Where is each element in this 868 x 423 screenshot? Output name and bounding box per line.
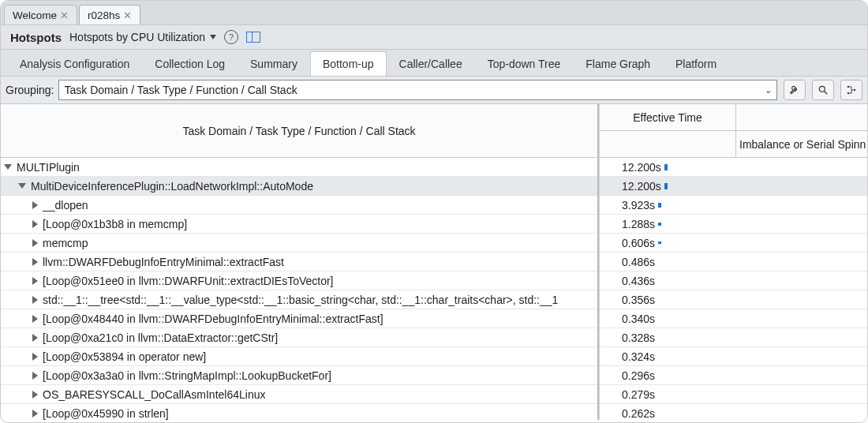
table-row[interactable]: [Loop@0x53894 in operator new]	[1, 347, 597, 366]
time-bar-icon	[664, 183, 668, 189]
hotspots-table: Task Domain / Task Type / Function / Cal…	[1, 104, 867, 420]
table-row[interactable]: llvm::DWARFDebugInfoEntryMinimal::extrac…	[1, 253, 597, 271]
effective-time-value: 0.324s	[622, 350, 655, 363]
subtab-platform[interactable]: Platform	[663, 51, 729, 76]
expand-tree-button[interactable]	[840, 80, 862, 100]
wrench-icon	[789, 84, 800, 95]
expand-icon[interactable]	[32, 315, 38, 323]
svg-point-3	[847, 92, 849, 94]
subtab-analysis-config[interactable]: Analysis Configuration	[7, 51, 142, 76]
table-row-metric[interactable]: 3.923s	[600, 196, 867, 215]
grouping-select[interactable]: Task Domain / Task Type / Function / Cal…	[58, 80, 777, 100]
table-right-pane: Effective Time Imbalance or Serial Spinn…	[599, 104, 867, 420]
table-row[interactable]: memcmp	[1, 234, 597, 253]
table-row[interactable]: OS_BARESYSCALL_DoCallAsmIntel64Linux	[1, 385, 597, 404]
table-row[interactable]: __dlopen	[1, 196, 597, 215]
row-label: [Loop@0x53894 in operator new]	[43, 350, 206, 363]
tab-result[interactable]: r028hs ✕	[79, 5, 140, 24]
row-label: OS_BARESYSCALL_DoCallAsmIntel64Linux	[43, 388, 265, 401]
table-row[interactable]: [Loop@0x3a3a0 in llvm::StringMapImpl::Lo…	[1, 366, 597, 385]
subtab-collection-log[interactable]: Collection Log	[142, 51, 238, 76]
table-row-metric[interactable]: 0.328s	[600, 328, 867, 347]
tree-icon	[846, 84, 857, 95]
table-left-pane: Task Domain / Task Type / Function / Cal…	[1, 104, 599, 420]
expand-icon[interactable]	[32, 372, 38, 380]
expand-icon[interactable]	[32, 239, 38, 247]
collapse-icon[interactable]	[18, 183, 26, 189]
expand-icon[interactable]	[32, 277, 38, 285]
analysis-subtabs: Analysis Configuration Collection Log Su…	[1, 50, 867, 77]
table-body-left: MULTIPluginMultiDeviceInferencePlugin::L…	[1, 158, 597, 420]
row-label: [Loop@0x48440 in llvm::DWARFDebugInfoEnt…	[43, 313, 383, 325]
subtab-summary[interactable]: Summary	[238, 51, 310, 76]
close-icon[interactable]: ✕	[123, 9, 132, 21]
row-label: llvm::DWARFDebugInfoEntryMinimal::extrac…	[43, 256, 284, 268]
table-row-metric[interactable]: 12.200s	[600, 177, 867, 196]
subtab-top-down[interactable]: Top-down Tree	[475, 51, 574, 76]
svg-line-1	[825, 92, 828, 95]
search-icon	[817, 84, 829, 95]
view-selector[interactable]: Hotspots by CPU Utilization	[69, 31, 216, 43]
row-label: [Loop@0x1b3b8 in memcmp]	[43, 218, 187, 230]
expand-icon[interactable]	[32, 334, 38, 342]
expand-icon[interactable]	[32, 391, 38, 399]
page-title: Hotspots	[10, 31, 62, 44]
column-header-imbalance-top[interactable]	[736, 104, 867, 130]
svg-point-2	[847, 86, 849, 88]
table-row[interactable]: std::__1::__tree<std::__1::__value_type<…	[1, 290, 597, 309]
table-row-metric[interactable]: 0.262s	[600, 404, 867, 420]
table-row-metric[interactable]: 0.340s	[600, 309, 867, 328]
collapse-icon[interactable]	[4, 164, 12, 170]
column-header-imbalance[interactable]: Imbalance or Serial Spinn	[736, 130, 867, 157]
table-row-metric[interactable]: 0.606s	[600, 234, 867, 253]
row-label: __dlopen	[43, 199, 88, 212]
table-row-metric[interactable]: 1.288s	[600, 215, 867, 234]
column-header-callstack[interactable]: Task Domain / Task Type / Function / Cal…	[1, 104, 597, 158]
table-row-metric[interactable]: 12.200s	[600, 158, 867, 177]
view-selector-label: Hotspots by CPU Utilization	[69, 31, 205, 43]
effective-time-value: 0.340s	[622, 313, 655, 325]
subtab-bottom-up[interactable]: Bottom-up	[310, 51, 387, 76]
tab-label: r028hs	[88, 9, 120, 21]
column-header-effective-time-sub[interactable]	[600, 131, 735, 157]
subtab-flame-graph[interactable]: Flame Graph	[573, 51, 663, 76]
search-button[interactable]	[812, 80, 834, 100]
expand-icon[interactable]	[32, 296, 38, 304]
effective-time-value: 0.296s	[622, 369, 655, 382]
chevron-down-icon	[210, 35, 216, 39]
table-row[interactable]: [Loop@0x45990 in strlen]	[1, 404, 597, 420]
tab-welcome[interactable]: Welcome ✕	[4, 5, 77, 24]
close-icon[interactable]: ✕	[60, 9, 69, 21]
table-row-metric[interactable]: 0.486s	[600, 253, 867, 271]
table-row-metric[interactable]: 0.296s	[600, 366, 867, 385]
time-bar-icon	[664, 164, 668, 170]
subtab-caller-callee[interactable]: Caller/Callee	[387, 51, 475, 76]
row-label: [Loop@0x51ee0 in llvm::DWARFUnit::extrac…	[43, 275, 334, 287]
expand-icon[interactable]	[32, 410, 38, 417]
table-row[interactable]: MULTIPlugin	[1, 158, 597, 177]
help-icon[interactable]: ?	[224, 30, 238, 44]
row-label: [Loop@0x45990 in strlen]	[43, 407, 169, 420]
table-row[interactable]: [Loop@0x1b3b8 in memcmp]	[1, 215, 597, 234]
table-row-metric[interactable]: 0.324s	[600, 347, 867, 366]
table-row[interactable]: [Loop@0xa21c0 in llvm::DataExtractor::ge…	[1, 328, 597, 347]
expand-icon[interactable]	[32, 258, 38, 266]
expand-icon[interactable]	[32, 220, 38, 228]
svg-point-0	[819, 86, 825, 92]
table-body-right: 12.200s12.200s3.923s1.288s0.606s0.486s0.…	[600, 158, 867, 420]
effective-time-value: 0.328s	[622, 331, 655, 344]
time-bar-icon	[658, 241, 661, 244]
customize-grouping-button[interactable]	[784, 80, 806, 100]
effective-time-value: 0.606s	[622, 237, 655, 249]
expand-icon[interactable]	[32, 201, 38, 209]
table-row[interactable]: MultiDeviceInferencePlugin::LoadNetworkI…	[1, 177, 597, 196]
time-bar-icon	[658, 223, 661, 226]
layout-icon[interactable]	[246, 32, 260, 43]
table-row-metric[interactable]: 0.356s	[600, 290, 867, 309]
table-row[interactable]: [Loop@0x51ee0 in llvm::DWARFUnit::extrac…	[1, 271, 597, 290]
table-row-metric[interactable]: 0.436s	[600, 271, 867, 290]
column-header-effective-time[interactable]: Effective Time	[600, 104, 735, 131]
table-row[interactable]: [Loop@0x48440 in llvm::DWARFDebugInfoEnt…	[1, 309, 597, 328]
expand-icon[interactable]	[32, 353, 38, 361]
table-row-metric[interactable]: 0.279s	[600, 385, 867, 404]
